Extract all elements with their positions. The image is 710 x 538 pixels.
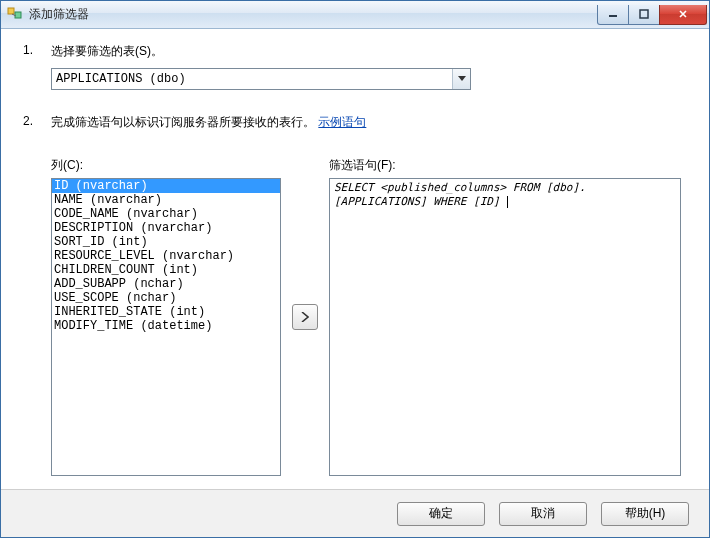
filter-statement-textarea[interactable]: SELECT <published_columns> FROM [dbo].[A…	[329, 178, 681, 476]
app-icon	[7, 7, 23, 23]
step-2-text: 完成筛选语句以标识订阅服务器所要接收的表行。 示例语句	[51, 114, 687, 131]
list-item[interactable]: NAME (nvarchar)	[52, 193, 280, 207]
list-item[interactable]: ADD_SUBAPP (nchar)	[52, 277, 280, 291]
step-2-text-prefix: 完成筛选语句以标识订阅服务器所要接收的表行。	[51, 115, 315, 129]
ok-button[interactable]: 确定	[397, 502, 485, 526]
chevron-right-icon	[301, 312, 309, 322]
svg-rect-3	[640, 10, 648, 18]
step-2-number: 2.	[23, 114, 51, 476]
filter-statement-text: SELECT <published_columns> FROM [dbo].[A…	[334, 181, 586, 208]
step-1-text: 选择要筛选的表(S)。	[51, 43, 687, 60]
list-item[interactable]: USE_SCOPE (nchar)	[52, 291, 280, 305]
close-button[interactable]	[659, 5, 707, 25]
list-item[interactable]: INHERITED_STATE (int)	[52, 305, 280, 319]
list-item[interactable]: ID (nvarchar)	[52, 179, 280, 193]
window-controls	[598, 5, 707, 25]
table-select-combo[interactable]: APPLICATIONS (dbo)	[51, 68, 471, 90]
chevron-down-icon[interactable]	[452, 69, 470, 89]
example-statement-link[interactable]: 示例语句	[318, 115, 366, 129]
svg-rect-0	[8, 8, 14, 14]
content-area: 1. 选择要筛选的表(S)。 APPLICATIONS (dbo) 2. 完成筛…	[1, 29, 709, 489]
button-bar: 确定 取消 帮助(H)	[1, 489, 709, 537]
maximize-button[interactable]	[628, 5, 660, 25]
cancel-button[interactable]: 取消	[499, 502, 587, 526]
columns-listbox[interactable]: ID (nvarchar)NAME (nvarchar)CODE_NAME (n…	[51, 178, 281, 476]
list-item[interactable]: SORT_ID (int)	[52, 235, 280, 249]
columns-label: 列(C):	[51, 157, 281, 174]
help-button[interactable]: 帮助(H)	[601, 502, 689, 526]
list-item[interactable]: CHILDREN_COUNT (int)	[52, 263, 280, 277]
table-select-value: APPLICATIONS (dbo)	[56, 72, 186, 86]
svg-rect-1	[15, 12, 21, 18]
window-title: 添加筛选器	[29, 6, 89, 23]
step-2: 2. 完成筛选语句以标识订阅服务器所要接收的表行。 示例语句 列(C): ID …	[23, 114, 687, 476]
svg-rect-2	[609, 15, 617, 17]
list-item[interactable]: DESCRIPTION (nvarchar)	[52, 221, 280, 235]
titlebar[interactable]: 添加筛选器	[1, 1, 709, 29]
add-column-button[interactable]	[292, 304, 318, 330]
filter-label: 筛选语句(F):	[329, 157, 681, 174]
minimize-button[interactable]	[597, 5, 629, 25]
step-1-number: 1.	[23, 43, 51, 90]
list-item[interactable]: CODE_NAME (nvarchar)	[52, 207, 280, 221]
step-1: 1. 选择要筛选的表(S)。 APPLICATIONS (dbo)	[23, 43, 687, 90]
list-item[interactable]: RESOURCE_LEVEL (nvarchar)	[52, 249, 280, 263]
dialog-window: 添加筛选器 1. 选择要筛选的表(S)。 APPLICATIONS (dbo)	[0, 0, 710, 538]
list-item[interactable]: MODIFY_TIME (datetime)	[52, 319, 280, 333]
